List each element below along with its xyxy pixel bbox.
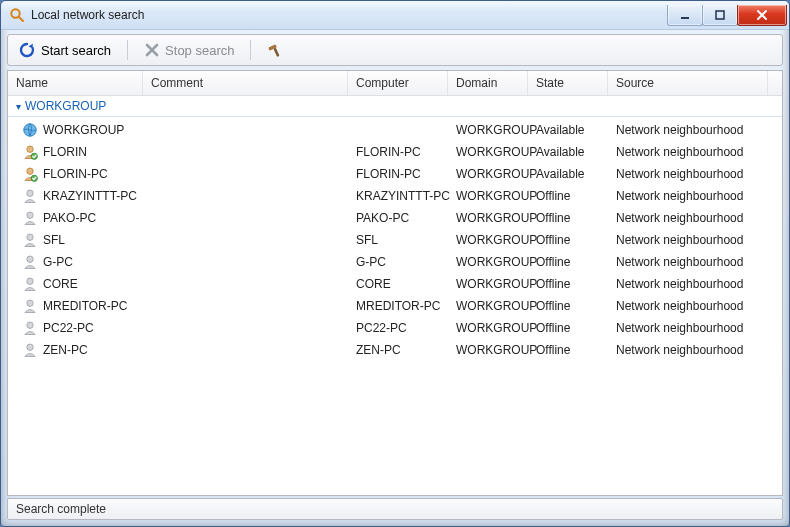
cell-name: SFL [8, 230, 143, 250]
status-bar: Search complete [7, 498, 783, 520]
cell-source: Network neighbourhood [608, 186, 768, 206]
table-row[interactable]: KRAZYINTTT-PCKRAZYINTTT-PCWORKGROUPOffli… [8, 185, 782, 207]
cell-computer: FLORIN-PC [348, 142, 448, 162]
column-header-row: Name Comment Computer Domain State Sourc… [8, 71, 782, 96]
row-name-text: SFL [43, 233, 65, 247]
cell-computer: KRAZYINTTT-PC [348, 186, 448, 206]
cell-source: Network neighbourhood [608, 318, 768, 338]
cell-state: Offline [528, 186, 608, 206]
cell-domain: WORKGROUP [448, 186, 528, 206]
list-body[interactable]: ▾ WORKGROUP WORKGROUPWORKGROUPAvailableN… [8, 96, 782, 495]
cell-state: Available [528, 142, 608, 162]
table-row[interactable]: WORKGROUPWORKGROUPAvailableNetwork neigh… [8, 119, 782, 141]
cell-state: Offline [528, 252, 608, 272]
table-row[interactable]: FLORINFLORIN-PCWORKGROUPAvailableNetwork… [8, 141, 782, 163]
cell-state: Offline [528, 208, 608, 228]
column-header-source[interactable]: Source [608, 71, 768, 95]
cell-computer: ZEN-PC [348, 340, 448, 360]
hammer-icon [267, 41, 285, 59]
cell-source: Network neighbourhood [608, 340, 768, 360]
cell-comment [143, 318, 348, 338]
table-row[interactable]: CORECOREWORKGROUPOfflineNetwork neighbou… [8, 273, 782, 295]
column-header-domain[interactable]: Domain [448, 71, 528, 95]
minimize-button[interactable] [667, 5, 703, 26]
cell-domain: WORKGROUP [448, 208, 528, 228]
maximize-button[interactable] [702, 5, 738, 26]
cell-computer: MREDITOR-PC [348, 296, 448, 316]
cell-tail [768, 230, 782, 250]
column-header-tail[interactable] [768, 71, 783, 95]
table-row[interactable]: ZEN-PCZEN-PCWORKGROUPOfflineNetwork neig… [8, 339, 782, 361]
user-off-icon [22, 276, 38, 292]
user-off-icon [22, 298, 38, 314]
table-row[interactable]: SFLSFLWORKGROUPOfflineNetwork neighbourh… [8, 229, 782, 251]
start-search-button[interactable]: Start search [14, 39, 115, 61]
cell-comment [143, 142, 348, 162]
window: Local network search Start search [0, 0, 790, 527]
group-label: WORKGROUP [25, 99, 106, 113]
refresh-icon [18, 41, 36, 59]
column-header-name[interactable]: Name [8, 71, 143, 95]
cell-domain: WORKGROUP [448, 318, 528, 338]
hammer-button[interactable] [263, 39, 289, 61]
user-off-icon [22, 342, 38, 358]
cell-comment [143, 340, 348, 360]
cell-tail [768, 142, 782, 162]
cell-computer: G-PC [348, 252, 448, 272]
cell-state: Available [528, 120, 608, 140]
cell-tail [768, 208, 782, 228]
table-row[interactable]: MREDITOR-PCMREDITOR-PCWORKGROUPOfflineNe… [8, 295, 782, 317]
cell-domain: WORKGROUP [448, 296, 528, 316]
cell-state: Offline [528, 230, 608, 250]
cell-tail [768, 296, 782, 316]
cell-name: G-PC [8, 252, 143, 272]
row-name-text: FLORIN [43, 145, 87, 159]
user-off-icon [22, 210, 38, 226]
cell-tail [768, 340, 782, 360]
cell-source: Network neighbourhood [608, 296, 768, 316]
cell-comment [143, 186, 348, 206]
cell-name: CORE [8, 274, 143, 294]
table-row[interactable]: FLORIN-PCFLORIN-PCWORKGROUPAvailableNetw… [8, 163, 782, 185]
chevron-down-icon: ▾ [16, 101, 21, 112]
row-name-text: PC22-PC [43, 321, 94, 335]
cell-tail [768, 186, 782, 206]
table-row[interactable]: PC22-PCPC22-PCWORKGROUPOfflineNetwork ne… [8, 317, 782, 339]
cell-source: Network neighbourhood [608, 164, 768, 184]
column-header-computer[interactable]: Computer [348, 71, 448, 95]
cell-tail [768, 318, 782, 338]
toolbar-separator [250, 40, 251, 60]
row-name-text: MREDITOR-PC [43, 299, 127, 313]
column-header-comment[interactable]: Comment [143, 71, 348, 95]
cell-comment [143, 164, 348, 184]
close-button[interactable] [737, 5, 787, 26]
stop-search-label: Stop search [165, 43, 234, 58]
x-icon [144, 42, 160, 58]
cell-comment [143, 296, 348, 316]
svg-line-1 [19, 17, 23, 21]
cell-comment [143, 252, 348, 272]
cell-tail [768, 164, 782, 184]
cell-name: FLORIN-PC [8, 164, 143, 184]
results-list: Name Comment Computer Domain State Sourc… [7, 70, 783, 496]
cell-state: Available [528, 164, 608, 184]
cell-computer: FLORIN-PC [348, 164, 448, 184]
cell-source: Network neighbourhood [608, 274, 768, 294]
column-header-state[interactable]: State [528, 71, 608, 95]
group-header[interactable]: ▾ WORKGROUP [8, 96, 782, 117]
table-row[interactable]: G-PCG-PCWORKGROUPOfflineNetwork neighbou… [8, 251, 782, 273]
table-row[interactable]: PAKO-PCPAKO-PCWORKGROUPOfflineNetwork ne… [8, 207, 782, 229]
cell-domain: WORKGROUP [448, 252, 528, 272]
cell-computer [348, 120, 448, 140]
user-off-icon [22, 254, 38, 270]
cell-name: FLORIN [8, 142, 143, 162]
cell-comment [143, 274, 348, 294]
cell-source: Network neighbourhood [608, 208, 768, 228]
titlebar[interactable]: Local network search [1, 1, 789, 30]
magnifier-icon [9, 7, 25, 23]
cell-name: PAKO-PC [8, 208, 143, 228]
cell-domain: WORKGROUP [448, 230, 528, 250]
cell-domain: WORKGROUP [448, 120, 528, 140]
window-title: Local network search [31, 8, 144, 22]
row-name-text: ZEN-PC [43, 343, 88, 357]
